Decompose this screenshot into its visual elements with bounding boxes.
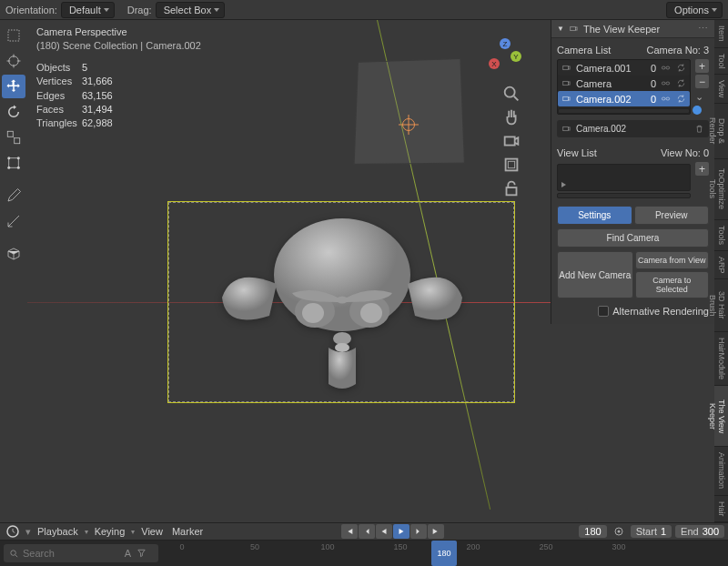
auto-key-icon[interactable] bbox=[611, 524, 627, 539]
panel-menu-icon[interactable]: ⋯ bbox=[698, 23, 709, 35]
filter-alpha-icon[interactable]: A bbox=[122, 548, 134, 559]
zoom-icon[interactable] bbox=[501, 84, 521, 104]
tab-view[interactable]: View bbox=[714, 75, 728, 104]
tick-label: 150 bbox=[393, 542, 407, 551]
camera-list-item[interactable]: Camera.002 0 bbox=[558, 91, 690, 106]
svg-rect-28 bbox=[563, 96, 569, 101]
left-toolbar bbox=[0, 20, 27, 522]
sync-icon[interactable] bbox=[675, 62, 687, 74]
svg-rect-3 bbox=[15, 138, 20, 144]
tick-label: 0 bbox=[179, 542, 184, 551]
tab-hair-module[interactable]: HairModule bbox=[714, 332, 728, 386]
add-camera-icon-button[interactable]: + bbox=[695, 59, 709, 73]
persp-ortho-icon[interactable] bbox=[501, 155, 521, 175]
camera-list-item[interactable]: Camera 0 bbox=[558, 76, 690, 91]
camera-icon bbox=[561, 62, 572, 74]
marker-menu[interactable]: Marker bbox=[169, 526, 206, 537]
tab-tooptimize[interactable]: ToOptimize Tools bbox=[714, 159, 728, 220]
link-icon[interactable] bbox=[660, 62, 672, 74]
options-dropdown[interactable]: Options bbox=[666, 2, 723, 18]
annotate-tool[interactable] bbox=[2, 184, 25, 207]
rotate-tool[interactable] bbox=[2, 100, 25, 124]
add-view-icon-button[interactable]: + bbox=[695, 162, 709, 176]
orientation-dropdown[interactable]: Default bbox=[61, 2, 115, 18]
axis-gizmo[interactable]: Z Y X bbox=[487, 38, 523, 75]
character-head-mesh[interactable] bbox=[206, 211, 479, 393]
camera-list-label: Camera List bbox=[557, 45, 611, 56]
jump-end-icon[interactable] bbox=[428, 524, 444, 539]
selected-camera-field[interactable]: Camera.002 bbox=[557, 120, 709, 137]
keying-menu[interactable]: Keying bbox=[92, 526, 128, 537]
search-input[interactable]: Search A bbox=[4, 544, 158, 562]
tab-drop-render[interactable]: Drop & Render bbox=[714, 104, 728, 158]
view-list-label: View List bbox=[557, 147, 597, 158]
tab-tool[interactable]: Tool bbox=[714, 48, 728, 76]
svg-rect-24 bbox=[666, 66, 670, 69]
svg-point-5 bbox=[7, 157, 10, 159]
scale-tool[interactable] bbox=[2, 126, 25, 149]
settings-button[interactable]: Settings bbox=[557, 206, 632, 225]
remove-camera-icon-button[interactable]: − bbox=[695, 75, 709, 88]
move-tool[interactable] bbox=[2, 75, 25, 98]
cube-object[interactable] bbox=[354, 58, 465, 165]
prev-keyframe-icon[interactable] bbox=[359, 524, 375, 539]
gizmo-y-icon[interactable]: Y bbox=[511, 51, 521, 62]
current-frame-field[interactable]: 180 bbox=[579, 525, 606, 538]
svg-rect-0 bbox=[8, 30, 19, 41]
measure-tool[interactable] bbox=[2, 209, 25, 233]
find-camera-button[interactable]: Find Camera bbox=[557, 228, 709, 248]
chevron-down-icon[interactable]: ⌄ bbox=[693, 90, 706, 104]
sync-icon[interactable] bbox=[675, 77, 687, 89]
add-new-camera-button[interactable]: Add New Camera bbox=[557, 251, 633, 298]
view-title: Camera Perspective bbox=[36, 25, 201, 39]
tab-arp[interactable]: ARP bbox=[714, 251, 728, 280]
alternative-rendering-checkbox[interactable]: Alternative Rendering bbox=[557, 302, 709, 320]
tab-tools[interactable]: Tools bbox=[714, 220, 728, 251]
play-icon[interactable] bbox=[393, 524, 410, 539]
end-frame-field[interactable]: End300 bbox=[675, 525, 724, 538]
camera-from-view-button[interactable]: Camera from View bbox=[635, 251, 710, 269]
tab-item[interactable]: Item bbox=[714, 20, 728, 48]
svg-rect-22 bbox=[563, 66, 569, 70]
tab-animation[interactable]: Animation bbox=[714, 447, 728, 495]
svg-rect-30 bbox=[666, 97, 670, 100]
lock-icon[interactable] bbox=[501, 178, 521, 198]
view-list-box[interactable] bbox=[557, 164, 691, 191]
svg-rect-25 bbox=[563, 81, 569, 86]
playhead[interactable]: 180 bbox=[431, 541, 457, 566]
preview-button[interactable]: Preview bbox=[634, 206, 710, 225]
camera-view-icon[interactable] bbox=[501, 131, 521, 151]
svg-point-16 bbox=[505, 87, 515, 97]
active-indicator-icon bbox=[693, 106, 702, 115]
gizmo-z-icon[interactable]: Z bbox=[500, 38, 511, 49]
timeline-editor-icon[interactable] bbox=[4, 524, 22, 539]
cursor-tool[interactable] bbox=[2, 49, 25, 73]
timeline-track[interactable]: Search A 0 50 100 150 200 250 300 180 bbox=[0, 541, 728, 566]
gizmo-x-icon[interactable]: X bbox=[489, 58, 500, 69]
next-keyframe-icon[interactable] bbox=[410, 524, 427, 539]
tab-view-keeper[interactable]: The View Keeper bbox=[714, 386, 728, 447]
trash-icon[interactable] bbox=[693, 123, 705, 135]
add-cube-tool[interactable] bbox=[2, 242, 25, 266]
svg-rect-4 bbox=[9, 158, 19, 168]
tab-hair[interactable]: Hair bbox=[714, 496, 728, 523]
start-frame-field[interactable]: Start1 bbox=[631, 525, 672, 538]
drag-dropdown[interactable]: Select Box bbox=[156, 2, 226, 18]
camera-list-item[interactable]: Camera.001 0 bbox=[558, 60, 690, 76]
playback-menu[interactable]: Playback bbox=[35, 526, 81, 537]
panel-title-label: The View Keeper bbox=[583, 24, 660, 35]
transform-tool[interactable] bbox=[2, 151, 25, 175]
link-icon[interactable] bbox=[660, 77, 672, 89]
filter-funnel-icon[interactable] bbox=[134, 548, 153, 560]
select-box-tool[interactable] bbox=[2, 24, 25, 47]
pan-icon[interactable] bbox=[501, 107, 521, 127]
jump-start-icon[interactable] bbox=[341, 524, 358, 539]
svg-point-8 bbox=[17, 167, 20, 169]
link-icon[interactable] bbox=[660, 93, 672, 105]
view-menu[interactable]: View bbox=[138, 526, 166, 537]
sync-icon[interactable] bbox=[675, 93, 687, 105]
play-reverse-icon[interactable] bbox=[376, 524, 392, 539]
panel-header[interactable]: ▼ The View Keeper ⋯ bbox=[551, 20, 714, 38]
camera-to-selected-button[interactable]: Camera to Selected bbox=[635, 271, 710, 298]
tab-3d-hair[interactable]: 3D Hair Brush bbox=[714, 279, 728, 332]
